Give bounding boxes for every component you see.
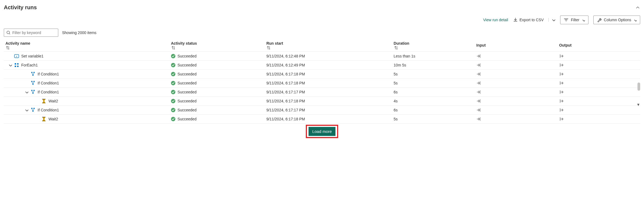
duration: 6s bbox=[392, 106, 475, 115]
output-icon[interactable] bbox=[559, 108, 639, 112]
input-icon[interactable] bbox=[476, 81, 556, 86]
success-icon bbox=[171, 72, 175, 76]
run-start: 9/11/2024, 6:17:18 PM bbox=[265, 115, 392, 124]
table-row[interactable]: Wait2Succeeded9/11/2024, 6:17:18 PM5s bbox=[4, 115, 640, 124]
duration: 5s bbox=[392, 70, 475, 79]
expand-toggle[interactable] bbox=[25, 90, 28, 94]
collapse-panel-icon[interactable] bbox=[635, 5, 640, 10]
search-icon bbox=[6, 31, 10, 35]
input-icon[interactable] bbox=[476, 54, 556, 59]
col-output: Output bbox=[559, 43, 572, 47]
sort-icon[interactable] bbox=[171, 45, 263, 49]
sort-icon[interactable] bbox=[394, 45, 473, 49]
activity-name: If Condition1 bbox=[38, 90, 59, 94]
output-icon[interactable] bbox=[559, 54, 639, 59]
status-text: Succeeded bbox=[178, 63, 197, 67]
scroll-down-arrow[interactable]: ▼ bbox=[636, 102, 640, 107]
activity-name: If Condition1 bbox=[38, 81, 59, 85]
scrollbar-thumb[interactable] bbox=[637, 83, 640, 91]
filter-button[interactable]: Filter bbox=[560, 16, 588, 24]
table-row[interactable]: If Condition1Succeeded9/11/2024, 6:17:18… bbox=[4, 70, 640, 79]
col-run-start[interactable]: Run start bbox=[266, 41, 283, 45]
run-start: 9/11/2024, 6:17:17 PM bbox=[265, 106, 392, 115]
duration: 10m 5s bbox=[392, 61, 475, 70]
success-icon bbox=[171, 81, 175, 85]
download-icon bbox=[513, 17, 518, 22]
sort-icon[interactable] bbox=[266, 45, 390, 49]
success-icon bbox=[171, 54, 175, 58]
run-start: 9/11/2024, 6:12:49 PM bbox=[265, 61, 392, 70]
export-csv-dropdown[interactable] bbox=[548, 18, 555, 22]
success-icon bbox=[171, 90, 175, 94]
load-more-button[interactable]: Load more bbox=[309, 127, 336, 136]
table-row[interactable]: If Condition1Succeeded9/11/2024, 6:17:18… bbox=[4, 79, 640, 88]
chevron-down-icon bbox=[582, 18, 585, 22]
output-icon[interactable] bbox=[559, 90, 639, 95]
export-csv-button[interactable]: Export to CSV bbox=[513, 17, 544, 22]
wait-icon bbox=[41, 99, 46, 103]
output-icon[interactable] bbox=[559, 99, 639, 103]
duration: 4s bbox=[392, 97, 475, 106]
condition-icon bbox=[30, 81, 35, 86]
activity-name: Wait2 bbox=[48, 99, 58, 103]
sort-icon[interactable] bbox=[5, 45, 168, 49]
activity-name: ForEach1 bbox=[21, 63, 38, 67]
run-start: 9/11/2024, 6:17:18 PM bbox=[265, 70, 392, 79]
activity-name: If Condition1 bbox=[38, 72, 59, 76]
status-text: Succeeded bbox=[178, 81, 197, 85]
input-icon[interactable] bbox=[476, 72, 556, 77]
status-text: Succeeded bbox=[178, 117, 197, 121]
success-icon bbox=[171, 63, 175, 67]
filter-keyword-input-wrap[interactable] bbox=[4, 29, 58, 37]
input-icon[interactable] bbox=[476, 90, 556, 95]
input-icon[interactable] bbox=[476, 117, 556, 121]
col-input: Input bbox=[476, 43, 486, 47]
foreach-icon bbox=[14, 63, 19, 68]
table-row[interactable]: If Condition1Succeeded9/11/2024, 6:17:17… bbox=[4, 88, 640, 97]
column-options-button[interactable]: Column Options bbox=[593, 16, 640, 24]
table-row[interactable]: Wait2Succeeded9/11/2024, 6:17:18 PM4s bbox=[4, 97, 640, 106]
output-icon[interactable] bbox=[559, 63, 639, 68]
success-icon bbox=[171, 108, 175, 112]
output-icon[interactable] bbox=[559, 117, 639, 121]
condition-icon bbox=[30, 108, 35, 112]
table-row[interactable]: Set variable1Succeeded9/11/2024, 6:12:48… bbox=[4, 52, 640, 61]
status-text: Succeeded bbox=[178, 54, 197, 58]
status-text: Succeeded bbox=[178, 72, 197, 76]
input-icon[interactable] bbox=[476, 99, 556, 103]
activity-name: Set variable1 bbox=[21, 54, 44, 58]
variable-icon bbox=[14, 54, 19, 59]
run-start: 9/11/2024, 6:12:48 PM bbox=[265, 52, 392, 61]
table-row[interactable]: ForEach1Succeeded9/11/2024, 6:12:49 PM10… bbox=[4, 61, 640, 70]
run-start: 9/11/2024, 6:17:18 PM bbox=[265, 97, 392, 106]
output-icon[interactable] bbox=[559, 72, 639, 77]
table-row[interactable]: If Condition1Succeeded9/11/2024, 6:17:17… bbox=[4, 106, 640, 115]
col-activity-status[interactable]: Activity status bbox=[171, 41, 197, 45]
col-duration[interactable]: Duration bbox=[394, 41, 410, 45]
load-more-highlight: Load more bbox=[306, 125, 338, 138]
filter-icon bbox=[564, 17, 569, 22]
status-text: Succeeded bbox=[178, 90, 197, 94]
wrench-icon bbox=[597, 17, 602, 22]
toolbar: View run detail Export to CSV Filter Col… bbox=[4, 16, 640, 24]
duration: 6s bbox=[392, 88, 475, 97]
wait-icon bbox=[41, 117, 46, 121]
filter-label: Filter bbox=[571, 18, 579, 22]
run-start: 9/11/2024, 6:17:18 PM bbox=[265, 79, 392, 88]
output-icon[interactable] bbox=[559, 81, 639, 86]
input-icon[interactable] bbox=[476, 63, 556, 68]
activity-name: If Condition1 bbox=[38, 108, 59, 112]
expand-toggle[interactable] bbox=[8, 63, 12, 67]
duration: Less than 1s bbox=[392, 52, 475, 61]
input-icon[interactable] bbox=[476, 108, 556, 112]
activity-runs-table: Activity name Activity status Run start … bbox=[4, 39, 640, 124]
export-csv-label: Export to CSV bbox=[520, 18, 544, 22]
filter-keyword-input[interactable] bbox=[12, 30, 56, 35]
col-activity-name[interactable]: Activity name bbox=[5, 41, 30, 45]
success-icon bbox=[171, 117, 175, 121]
column-options-label: Column Options bbox=[604, 18, 631, 22]
duration: 5s bbox=[392, 79, 475, 88]
view-run-detail-link[interactable]: View run detail bbox=[483, 18, 508, 22]
status-text: Succeeded bbox=[178, 108, 197, 112]
expand-toggle[interactable] bbox=[25, 108, 28, 112]
